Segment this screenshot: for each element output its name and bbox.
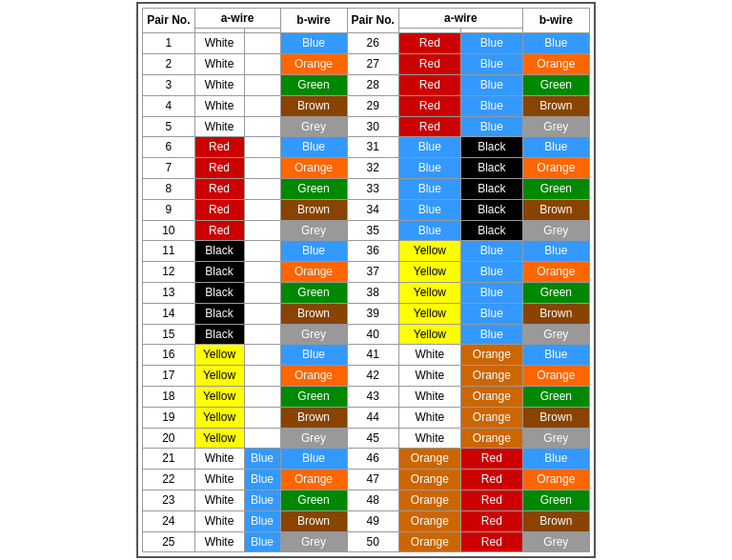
bwire-right: Green [522, 283, 589, 304]
awire-right-col2: Red [460, 531, 522, 552]
bwire-left: Brown [280, 95, 347, 116]
bwire-right: Orange [522, 470, 589, 490]
awire-right-col1: White [398, 386, 460, 407]
awire-left-col2: Blue [244, 449, 280, 470]
bwire-right: Grey [522, 220, 589, 241]
bwire-right: Brown [522, 95, 589, 116]
pair-no-left: 13 [143, 283, 194, 304]
bwire-left: Brown [280, 510, 347, 531]
awire-right-col2: Blue [460, 116, 522, 137]
awire-left-col2 [244, 95, 280, 116]
bwire-right: Blue [522, 345, 589, 366]
pair-no-right: 31 [347, 137, 398, 158]
awire-right-col1: Blue [398, 137, 460, 158]
pair-no-left: 23 [143, 490, 194, 510]
awire-right-col2: Red [460, 490, 522, 510]
awire-left-col2 [244, 241, 280, 262]
awire-right-col1: Red [398, 33, 460, 54]
awire-left-col2 [244, 366, 280, 387]
bwire-right: Grey [522, 116, 589, 137]
awire-right-col2: Black [460, 220, 522, 241]
awire-right-col2: Orange [460, 407, 522, 428]
pair-no-left: 8 [143, 179, 194, 200]
awire-right-col2: Blue [460, 33, 522, 54]
awire-left-col1: Red [194, 158, 244, 179]
bwire-left: Grey [280, 324, 347, 345]
awire-right-col1: Red [398, 95, 460, 116]
awire-left-col2: Blue [244, 490, 280, 510]
awire-left-col1: Red [194, 179, 244, 200]
pair-no-left: 21 [143, 449, 194, 470]
bwire-left: Green [280, 179, 347, 200]
awire-left-col2 [244, 345, 280, 366]
awire-right-col1: Red [398, 116, 460, 137]
bwire-left: Orange [280, 366, 347, 387]
awire-left-col1: Yellow [194, 366, 244, 387]
awire-left-col1: Yellow [194, 345, 244, 366]
pair-no-right: 47 [347, 470, 398, 490]
awire-right-col2: Orange [460, 428, 522, 449]
awire-right-col1: Yellow [398, 303, 460, 324]
awire-right-col1: Orange [398, 510, 460, 531]
awire-left-col1: White [194, 75, 244, 96]
bwire-left: Green [280, 283, 347, 304]
bwire-left: Blue [280, 241, 347, 262]
pair-no-left: 18 [143, 386, 194, 407]
awire-right-col1: Yellow [398, 262, 460, 283]
awire-left-col1: White [194, 449, 244, 470]
awire-left-col2 [244, 33, 280, 54]
pair-no-left: 9 [143, 199, 194, 220]
bwire-left: Grey [280, 428, 347, 449]
awire-right-col2: Blue [460, 95, 522, 116]
awire-right-col1: White [398, 428, 460, 449]
awire-left-col2 [244, 262, 280, 283]
awire-left-col2 [244, 283, 280, 304]
pair-no-right: 39 [347, 303, 398, 324]
awire-right-col2: Blue [460, 75, 522, 96]
bwire-left: Orange [280, 158, 347, 179]
awire-right-col2: Orange [460, 345, 522, 366]
awire-right-col2: Red [460, 470, 522, 490]
pair-no-right: 27 [347, 54, 398, 75]
pair-no-right: 32 [347, 158, 398, 179]
pair-no-left: 2 [143, 54, 194, 75]
awire-right-col2: Black [460, 158, 522, 179]
pair-no-right: 26 [347, 33, 398, 54]
awire-right-col2: Blue [460, 283, 522, 304]
pair-no-left: 3 [143, 75, 194, 96]
awire-left-col2 [244, 220, 280, 241]
bwire-right: Grey [522, 428, 589, 449]
bwire-right: Green [522, 386, 589, 407]
awire-left-col1: White [194, 33, 244, 54]
awire-right-col1: Yellow [398, 283, 460, 304]
header-awire-left: a-wire [194, 8, 280, 29]
bwire-left: Green [280, 490, 347, 510]
awire-right-col1: White [398, 366, 460, 387]
pair-no-right: 43 [347, 386, 398, 407]
pair-no-left: 7 [143, 158, 194, 179]
awire-left-col2 [244, 428, 280, 449]
awire-left-col2 [244, 116, 280, 137]
pair-no-right: 35 [347, 220, 398, 241]
awire-left-col2 [244, 75, 280, 96]
bwire-right: Grey [522, 531, 589, 552]
bwire-left: Green [280, 75, 347, 96]
pair-no-right: 28 [347, 75, 398, 96]
bwire-left: Green [280, 386, 347, 407]
awire-left-col2 [244, 158, 280, 179]
bwire-left: Brown [280, 199, 347, 220]
pair-no-right: 29 [347, 95, 398, 116]
wire-pair-table: Pair No. a-wire b-wire Pair No. a-wire b… [142, 8, 590, 553]
bwire-left: Blue [280, 345, 347, 366]
awire-right-col2: Blue [460, 241, 522, 262]
bwire-left: Grey [280, 116, 347, 137]
awire-left-col1: White [194, 490, 244, 510]
bwire-left: Blue [280, 33, 347, 54]
bwire-right: Brown [522, 407, 589, 428]
pair-no-right: 42 [347, 366, 398, 387]
pair-no-right: 50 [347, 531, 398, 552]
pair-no-left: 12 [143, 262, 194, 283]
awire-right-col1: Yellow [398, 241, 460, 262]
awire-left-col2 [244, 179, 280, 200]
awire-right-col2: Red [460, 449, 522, 470]
